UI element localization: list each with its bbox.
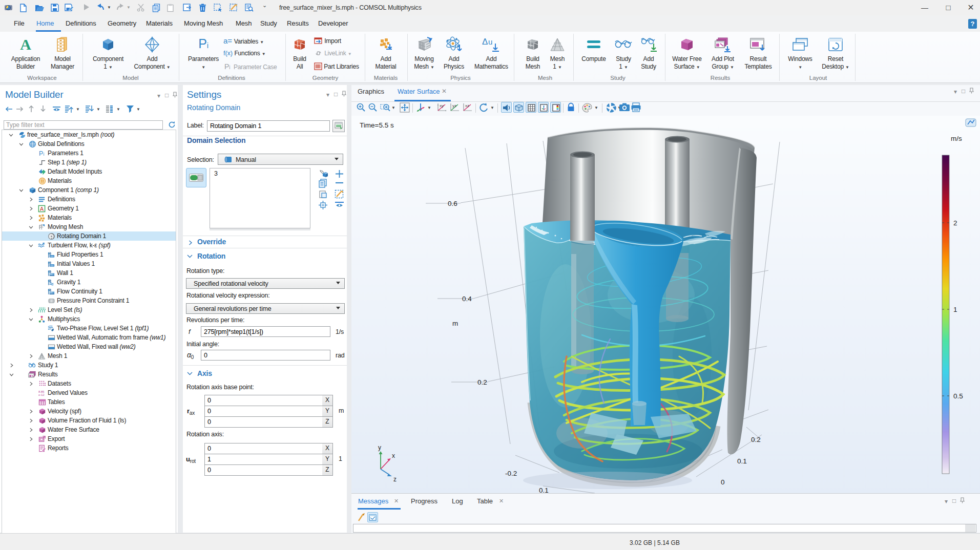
svg-text:0.4: 0.4	[462, 295, 472, 303]
svg-text:y: y	[378, 444, 381, 451]
svg-text:0.5: 0.5	[953, 392, 963, 400]
svg-text:z: z	[393, 476, 397, 483]
svg-text:m/s: m/s	[951, 135, 962, 142]
svg-text:m: m	[452, 320, 458, 327]
svg-text:x: x	[392, 452, 395, 459]
svg-text:1: 1	[953, 306, 957, 313]
svg-text:Δ: Δ	[482, 37, 488, 47]
svg-text:0.2: 0.2	[751, 436, 761, 443]
svg-text:xy: xy	[440, 103, 444, 108]
svg-text:Time=5.5 s: Time=5.5 s	[360, 121, 394, 129]
svg-text:yz: yz	[452, 103, 456, 108]
svg-text:0.1: 0.1	[737, 457, 747, 465]
svg-text:u: u	[488, 37, 492, 46]
svg-text:xz: xz	[465, 103, 469, 108]
svg-text:0: 0	[721, 478, 725, 486]
svg-text:0.6: 0.6	[448, 200, 457, 207]
svg-text:0.2: 0.2	[477, 378, 487, 386]
svg-text:0.1: 0.1	[539, 486, 549, 493]
svg-text:2: 2	[953, 219, 957, 227]
svg-text:-0.2: -0.2	[505, 470, 517, 477]
